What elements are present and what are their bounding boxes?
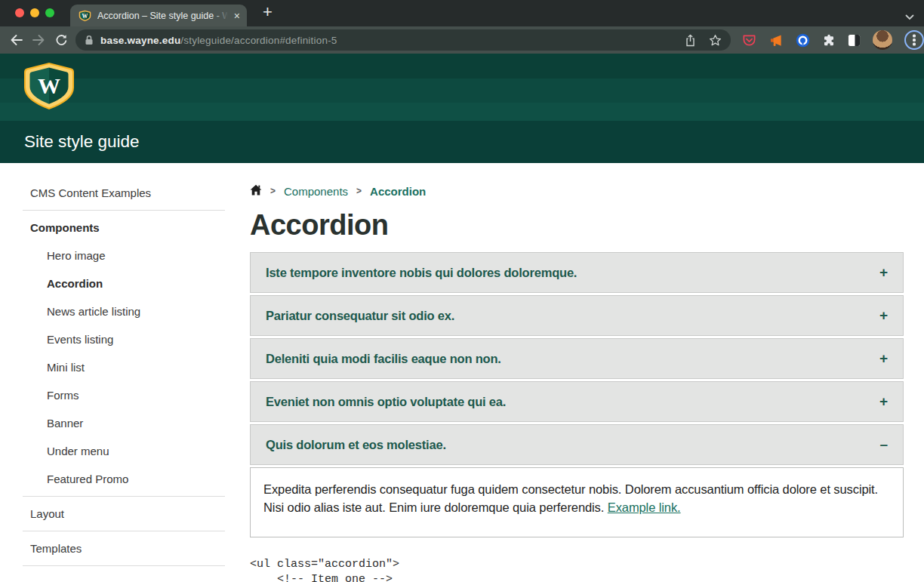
expand-plus-icon: +: [879, 264, 888, 281]
breadcrumb: > Components > Accordion: [250, 184, 904, 198]
side-panel-extension-icon[interactable]: [848, 34, 861, 47]
share-icon[interactable]: [685, 34, 696, 47]
accordion-item-2[interactable]: Pariatur consequatur sit odio ex. +: [250, 295, 904, 336]
sidebar-item-events-listing[interactable]: Events listing: [23, 325, 225, 353]
tab-search-chevron-icon[interactable]: [905, 10, 914, 23]
new-tab-button[interactable]: +: [263, 2, 273, 22]
accordion-panel: Expedita perferendis consequatur fuga qu…: [250, 467, 904, 537]
svg-text:W: W: [82, 12, 88, 19]
main-content: > Components > Accordion Accordion Iste …: [250, 184, 904, 582]
bookmark-star-icon[interactable]: [709, 34, 722, 47]
tab-title: Accordion – Site style guide - W: [97, 10, 228, 22]
expand-plus-icon: +: [879, 393, 888, 410]
sidebar-item-featured-promo[interactable]: Featured Promo: [23, 465, 225, 497]
breadcrumb-home-icon[interactable]: [250, 184, 262, 198]
breadcrumb-separator: >: [356, 186, 362, 196]
megaphone-extension-icon[interactable]: [768, 33, 784, 48]
sidebar-item-layout[interactable]: Layout: [23, 500, 225, 531]
accordion-demo: Iste tempore inventore nobis qui dolores…: [250, 252, 904, 537]
window-zoom-button[interactable]: [45, 8, 54, 17]
url-domain: base.wayne.edu: [100, 35, 180, 46]
site-header: W WAYNE STATE UNIVERSITY WARRIOR STRONG …: [0, 54, 924, 121]
page-title: Accordion: [250, 209, 904, 242]
sidebar-item-banner[interactable]: Banner: [23, 409, 225, 437]
window-controls: [15, 8, 54, 17]
browser-window: W Accordion – Site style guide - W × + b…: [0, 0, 924, 582]
breadcrumb-components-link[interactable]: Components: [284, 185, 348, 198]
sidebar-item-forms[interactable]: Forms: [23, 381, 225, 409]
reload-button[interactable]: [55, 34, 68, 47]
breadcrumb-separator: >: [270, 186, 276, 196]
sidebar-item-hero-image[interactable]: Hero image: [23, 242, 225, 269]
sidebar-item-under-menu[interactable]: Under menu: [23, 437, 225, 465]
wsu-favicon-icon: W: [79, 10, 91, 22]
tab-strip: W Accordion – Site style guide - W × +: [0, 0, 924, 26]
extensions-row: [742, 30, 924, 50]
sidebar-nav: CMS Content Examples Components Hero ima…: [23, 179, 225, 569]
forward-button[interactable]: [32, 34, 45, 46]
accordion-item-5[interactable]: Quis dolorum et eos molestiae. –: [250, 424, 904, 465]
onepassword-extension-icon[interactable]: [796, 33, 810, 48]
address-bar[interactable]: base.wayne.edu/styleguide/accordion#defi…: [75, 29, 731, 51]
example-link[interactable]: Example link.: [608, 500, 681, 514]
accordion-panel-text: Expedita perferendis consequatur fuga qu…: [263, 482, 878, 514]
sidebar-item-news-article-listing[interactable]: News article listing: [23, 297, 225, 325]
browser-tab[interactable]: W Accordion – Site style guide - W ×: [70, 5, 247, 26]
back-button[interactable]: [10, 34, 23, 46]
sidebar-item-templates[interactable]: Templates: [23, 534, 225, 566]
section-bar: Site style guide: [0, 121, 924, 163]
section-title: Site style guide: [24, 132, 140, 152]
breadcrumb-current-page: Accordion: [370, 185, 426, 198]
tab-close-icon[interactable]: ×: [234, 11, 240, 21]
browser-menu-icon[interactable]: [904, 30, 924, 50]
sidebar-item-components[interactable]: Components: [23, 214, 225, 242]
expand-plus-icon: +: [879, 307, 888, 324]
sidebar-item-accordion[interactable]: Accordion: [23, 269, 225, 297]
url-text: base.wayne.edu/styleguide/accordion#defi…: [100, 35, 337, 46]
window-close-button[interactable]: [15, 8, 24, 17]
wsu-shield-logo[interactable]: W: [23, 61, 75, 114]
sidebar-item-cms-content-examples[interactable]: CMS Content Examples: [23, 179, 225, 211]
collapse-minus-icon: –: [879, 436, 888, 453]
pocket-extension-icon[interactable]: [742, 33, 756, 48]
sidebar-item-mini-list[interactable]: Mini list: [23, 353, 225, 381]
accordion-item-1[interactable]: Iste tempore inventore nobis qui dolores…: [250, 252, 904, 293]
profile-avatar[interactable]: [873, 30, 892, 50]
svg-text:W: W: [38, 73, 60, 98]
lock-icon: [85, 35, 94, 45]
window-minimize-button[interactable]: [30, 8, 39, 17]
url-path: /styleguide/accordion#definition-5: [180, 35, 337, 46]
extensions-puzzle-icon[interactable]: [822, 33, 836, 47]
accordion-item-3[interactable]: Deleniti quia modi facilis eaque non non…: [250, 338, 904, 379]
code-sample: <ul class="accordion"> <!-- Item one -->: [250, 557, 904, 582]
expand-plus-icon: +: [879, 350, 888, 367]
accordion-item-4[interactable]: Eveniet non omnis optio voluptate qui ea…: [250, 381, 904, 422]
browser-toolbar: base.wayne.edu/styleguide/accordion#defi…: [0, 26, 924, 54]
